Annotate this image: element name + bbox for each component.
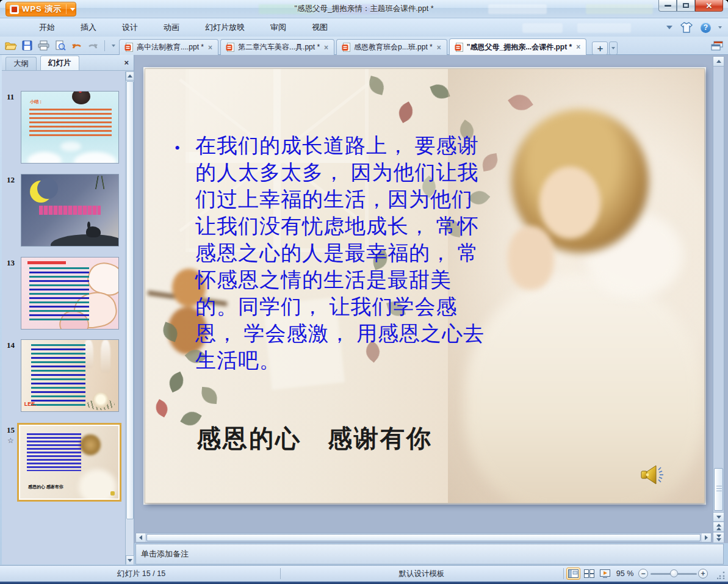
doll-image [72, 92, 90, 104]
resize-grip[interactable] [717, 571, 726, 579]
panel-scroll-down[interactable] [126, 555, 134, 564]
slideshow-button[interactable] [598, 568, 612, 580]
cloud-art [74, 152, 117, 163]
open-file-icon[interactable] [4, 38, 18, 52]
thumbnail-text-lines [39, 206, 101, 214]
menu-bar: 开始 插入 设计 动画 幻灯片放映 审阅 视图 ? [0, 18, 728, 37]
normal-view-button[interactable] [566, 568, 580, 580]
redo-icon[interactable] [86, 38, 100, 52]
document-tab[interactable]: 第二章汽车美容...具.ppt * × [220, 39, 334, 55]
ppt-file-icon [226, 43, 234, 52]
menu-tab-insert[interactable]: 插入 [81, 22, 96, 33]
rabbit-art [86, 226, 101, 237]
vertical-scrollbar[interactable] [713, 56, 724, 542]
help-icon[interactable]: ? [701, 23, 711, 33]
new-tab-dropdown[interactable] [609, 41, 618, 55]
panel-close-icon[interactable]: × [124, 58, 129, 67]
thumbnail-text-lines [31, 344, 85, 406]
slide-sorter-view-button[interactable] [582, 568, 596, 580]
scroll-up-button[interactable] [713, 57, 724, 67]
vertical-scroll-thumb[interactable] [714, 468, 723, 511]
new-tab-button[interactable]: ＋ [592, 41, 608, 55]
ghost-window-artifact [522, 23, 563, 33]
hill-art [51, 234, 118, 246]
maximize-icon [683, 3, 689, 8]
notes-placeholder: 单击添加备注 [141, 549, 189, 560]
speaker-dot-art [110, 491, 115, 496]
tab-close-icon[interactable]: × [323, 43, 329, 52]
slide-thumbnail-14[interactable]: LEE. [21, 339, 119, 412]
document-tab[interactable]: 高中法制教育....ppt * × [119, 39, 218, 55]
maximize-button[interactable] [677, 0, 695, 12]
template-name: 默认设计模板 [281, 566, 563, 582]
skin-shirt-icon[interactable] [680, 21, 693, 34]
menu-tab-animation[interactable]: 动画 [164, 22, 179, 33]
girl-face-art [539, 167, 600, 239]
scroll-right-button[interactable] [702, 533, 711, 542]
tab-close-icon[interactable]: × [436, 43, 442, 52]
slide-canvas[interactable]: • 在我们的成长道路上， 要感谢的人太多太多， 因为他们让我们过上幸福的生活，因… [145, 68, 705, 503]
horizontal-scroll-thumb[interactable] [146, 534, 701, 541]
tab-slides[interactable]: 幻灯片 [40, 56, 79, 70]
panel-scroll-thumb[interactable] [126, 81, 134, 519]
undo-icon[interactable] [70, 38, 84, 52]
slides-panel: 大纲 幻灯片 × 11 小结： 12 [2, 55, 134, 564]
document-tab-active[interactable]: "感恩父母_拥抱亲...会课件.ppt * × [449, 38, 586, 55]
zoom-out-button[interactable]: − [638, 569, 648, 579]
window-title: "感恩父母_拥抱亲情：主题班会课件.ppt * [0, 4, 728, 14]
thumbnail-art: 小结： [21, 92, 118, 163]
previous-slide-button[interactable] [713, 522, 724, 532]
next-slide-button[interactable] [713, 533, 724, 543]
ivy-leaf-art [430, 81, 450, 101]
menu-tab-home[interactable]: 开始 [39, 22, 55, 33]
qat-customize-icon[interactable] [109, 38, 118, 52]
slide-thumbnail-15-selected[interactable]: 感恩的心 感谢有你 [17, 423, 121, 502]
ppt-file-icon [124, 43, 133, 52]
tab-close-icon[interactable]: × [575, 43, 581, 51]
collapse-ribbon-icon[interactable] [666, 26, 672, 29]
slide-body-textbox[interactable]: • 在我们的成长道路上， 要感谢的人太多太多， 因为他们让我们过上幸福的生活，因… [175, 132, 492, 374]
slide-thumbnail-12[interactable] [21, 174, 119, 247]
ghost-window-artifact [577, 23, 631, 33]
scroll-left-button[interactable] [136, 533, 145, 542]
notes-pane[interactable]: 单击添加备注 [135, 544, 724, 564]
ppt-file-icon [342, 43, 350, 52]
menu-tab-slideshow[interactable]: 幻灯片放映 [205, 22, 245, 33]
thumbnail-art: LEE. [21, 340, 118, 411]
print-preview-icon[interactable] [53, 38, 67, 52]
slide-number: 12 [7, 175, 19, 185]
menu-tab-design[interactable]: 设计 [122, 22, 138, 33]
slide-body-text: 在我们的成长道路上， 要感谢的人太多太多， 因为他们让我们过上幸福的生活，因为他… [195, 132, 492, 374]
minimize-button[interactable] [658, 0, 677, 12]
zoom-in-button[interactable]: + [698, 569, 708, 579]
scroll-down-button[interactable] [713, 512, 724, 522]
audio-speaker-icon[interactable] [640, 464, 666, 486]
slide-thumbnail-11[interactable]: 小结： [21, 91, 119, 164]
ppt-file-icon [455, 43, 463, 52]
slide-title-textbox[interactable]: 感恩的心 感谢有你 [196, 422, 433, 455]
horizontal-scrollbar[interactable] [135, 533, 712, 543]
document-tab[interactable]: 感恩教育班会p...班.ppt * × [336, 39, 447, 55]
print-icon[interactable] [37, 38, 51, 52]
panel-scrollbar[interactable] [125, 71, 134, 564]
cloud-art [60, 142, 81, 151]
animation-star-icon: ☆ [7, 436, 14, 445]
thumbnail-strip: 11 小结： 12 [2, 71, 126, 564]
help-dropdown-icon[interactable] [718, 26, 722, 29]
arrange-windows-icon[interactable] [711, 41, 723, 51]
tab-close-icon[interactable]: × [207, 43, 213, 52]
menu-tab-review[interactable]: 审阅 [270, 22, 286, 33]
status-bar: 幻灯片 15 / 15 默认设计模板 95 % − + [0, 565, 728, 582]
close-button[interactable]: ✕ [695, 0, 723, 12]
thumbnail-text-lines [27, 433, 81, 471]
girl-hands-art [508, 226, 554, 290]
tab-outline[interactable]: 大纲 [5, 57, 37, 70]
save-icon[interactable] [20, 38, 34, 52]
cloud-art [27, 152, 62, 163]
panel-scroll-up[interactable] [126, 71, 134, 81]
slide-thumbnail-13[interactable] [21, 257, 119, 330]
zoom-slider-thumb[interactable] [670, 569, 678, 577]
bullet-marker: • [175, 132, 195, 374]
menu-tab-view[interactable]: 视图 [312, 22, 328, 33]
thumbnail-mini-title: 感恩的心 感谢有你 [28, 484, 63, 490]
